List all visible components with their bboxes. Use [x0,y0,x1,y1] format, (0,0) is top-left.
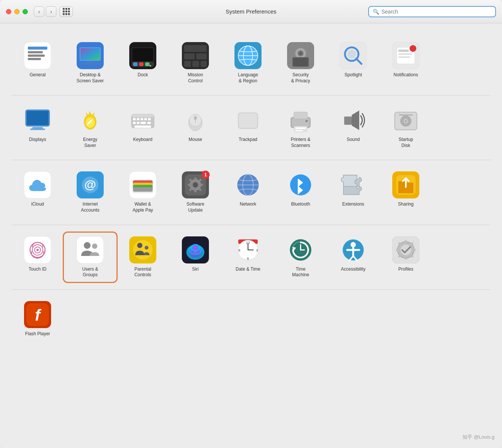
svg-rect-15 [139,62,144,66]
svg-rect-47 [27,111,48,125]
pref-spotlight[interactable]: Spotlight [327,38,380,88]
pref-desktop-screensaver[interactable]: Desktop &Screen Saver [64,38,116,88]
minimize-button[interactable] [14,9,20,14]
profiles-icon [392,236,419,263]
pref-accessibility[interactable]: Accessibility [327,233,380,282]
startup-disk-label: StartupDisk [399,137,413,148]
pref-dock[interactable]: Dock [116,38,169,88]
printers-icon [287,107,314,134]
extensions-label: Extensions [342,201,364,207]
maximize-button[interactable] [23,9,28,14]
svg-rect-80 [295,130,303,131]
close-button[interactable] [6,9,11,14]
preferences-grid: General [0,23,502,448]
back-button[interactable]: ‹ [34,6,44,17]
svg-point-105 [193,182,198,188]
pref-time-machine[interactable]: TimeMachine [274,233,327,282]
parental-controls-label: ParentalControls [135,266,151,278]
watermark: 知乎 @Louis.g [463,434,494,440]
pref-sound[interactable]: Sound [327,103,380,152]
pref-mouse[interactable]: Mouse [169,103,222,152]
internet-accounts-label: InternetAccounts [81,201,99,213]
pref-wallet-applepay[interactable]: Wallet &Apple Pay [116,168,169,217]
pref-network[interactable]: Network [222,168,274,217]
pref-profiles[interactable]: Profiles [380,233,432,282]
svg-rect-59 [144,118,147,120]
pref-energy-saver[interactable]: EnergySaver [64,103,116,152]
desktop-screensaver-label: Desktop &Screen Saver [77,72,104,84]
svg-rect-61 [133,122,136,124]
svg-point-90 [405,120,407,122]
mouse-icon [182,107,209,134]
svg-rect-107 [194,189,197,192]
security-icon [287,42,314,69]
grid-view-button[interactable] [59,6,73,17]
svg-rect-101 [133,187,153,192]
search-input[interactable] [381,9,491,15]
svg-text:@: @ [84,178,96,191]
keyboard-icon [129,107,156,134]
forward-button[interactable]: › [46,6,56,17]
svg-point-17 [150,65,151,67]
keyboard-label: Keyboard [133,137,152,143]
svg-point-44 [410,45,416,52]
svg-rect-9 [80,63,101,65]
svg-rect-55 [132,114,154,117]
language-region-label: Language& Region [238,72,258,84]
pref-touch-id[interactable]: Touch ID [11,233,64,282]
pref-notifications[interactable]: Notifications [380,38,432,88]
dock-icon [129,42,156,69]
security-privacy-label: Security& Privacy [291,72,310,84]
pref-mission-control[interactable]: MissionControl [169,38,222,88]
hardware-section: Displays EnergySaver [11,95,491,160]
svg-point-131 [92,244,97,249]
pref-software-update[interactable]: 1 SoftwareUpdate [169,168,222,217]
svg-rect-14 [133,62,138,66]
pref-icloud[interactable]: iCloud [11,168,64,217]
svg-rect-43 [398,56,410,58]
pref-parental-controls[interactable]: ParentalControls [116,233,169,282]
pref-flash-player[interactable]: f Flash Player [11,297,64,341]
pref-extensions[interactable]: Extensions [327,168,380,217]
other-section: f Flash Player [11,290,491,348]
accessibility-label: Accessibility [341,266,365,272]
pref-internet-accounts[interactable]: @ InternetAccounts [64,168,116,217]
general-label: General [30,72,46,78]
svg-rect-63 [141,122,146,124]
pref-keyboard[interactable]: Keyboard [116,103,169,152]
pref-printers-scanners[interactable]: Printers &Scanners [274,103,327,152]
icloud-label: iCloud [31,201,44,207]
sharing-icon [392,171,419,198]
siri-label: Siri [192,266,198,272]
bluetooth-label: Bluetooth [291,201,310,207]
pref-users-groups[interactable]: Users &Groups [64,233,116,282]
pref-displays[interactable]: Displays [11,103,64,152]
desktop-icon [77,42,104,69]
pref-siri[interactable]: Siri [169,233,222,282]
svg-rect-19 [184,45,207,52]
touch-id-icon [24,236,51,263]
svg-rect-2 [28,51,43,53]
svg-rect-73 [239,114,257,128]
software-update-label: SoftwareUpdate [186,201,204,213]
pref-bluetooth[interactable]: Bluetooth [274,168,327,217]
pref-security-privacy[interactable]: Security& Privacy [274,38,327,88]
svg-rect-78 [294,126,307,132]
pref-date-time[interactable]: JUL 18 12 3 6 9 Date & Time [222,233,274,282]
svg-rect-109 [200,184,203,186]
general-icon [24,42,51,69]
flash-player-label: Flash Player [25,331,50,337]
svg-rect-22 [184,61,191,67]
svg-point-135 [145,246,148,250]
pref-startup-disk[interactable]: StartupDisk [380,103,432,152]
svg-rect-108 [188,184,191,186]
search-box[interactable]: 🔍 [368,6,496,17]
pref-trackpad[interactable]: Trackpad [222,103,274,152]
sound-icon [340,107,367,134]
pref-general[interactable]: General [11,38,64,88]
time-machine-icon [287,236,314,263]
pref-language-region[interactable]: Language& Region [222,38,274,88]
pref-sharing[interactable]: Sharing [380,168,432,217]
spotlight-label: Spotlight [345,72,362,78]
svg-rect-60 [148,118,151,120]
